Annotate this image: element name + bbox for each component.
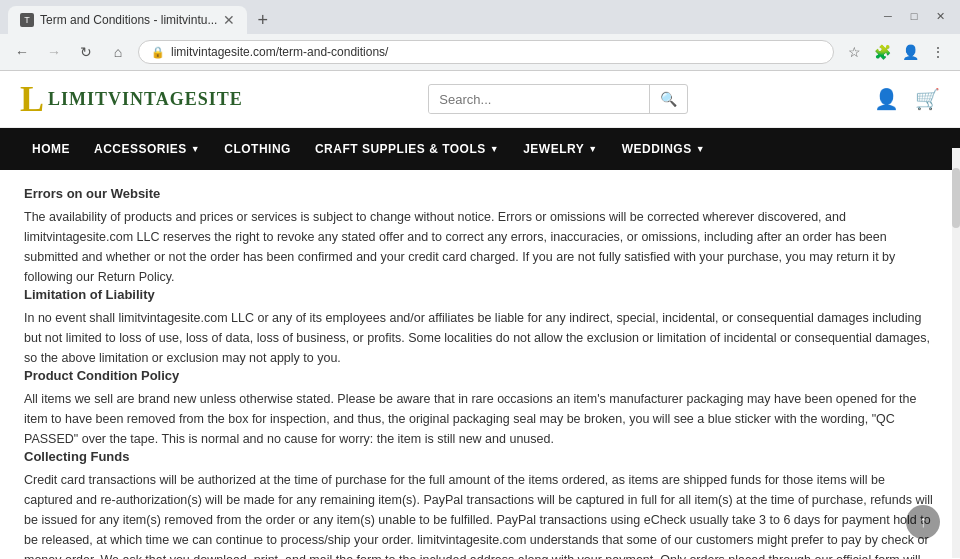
url-text: limitvintagesite.com/term-and-conditions… [171,45,388,59]
forward-button[interactable]: → [42,40,66,64]
search-input[interactable] [429,86,649,113]
main-content: Errors on our Website The availability o… [0,170,960,559]
tab-close-button[interactable]: ✕ [223,12,235,28]
back-to-top-button[interactable]: ↑ [906,505,940,539]
header-icons: 👤 🛒 [874,87,940,111]
section-heading-product: Product Condition Policy [24,368,936,383]
section-text-product: All items we sell are brand new unless o… [24,389,936,449]
accessories-dropdown-icon: ▼ [191,144,200,154]
nav-item-craft-supplies[interactable]: CRAFT SUPPLIES & TOOLS ▼ [303,128,511,170]
search-button[interactable]: 🔍 [649,85,687,113]
nav-item-accessories[interactable]: ACCESSORIES ▼ [82,128,212,170]
account-icon[interactable]: 👤 [874,87,899,111]
section-heading-liability: Limitation of Liability [24,287,936,302]
section-liability: Limitation of Liability In no event shal… [24,287,936,368]
search-bar: 🔍 [428,84,688,114]
section-collecting-funds: Collecting Funds Credit card transaction… [24,449,936,559]
new-tab-button[interactable]: + [251,8,274,33]
refresh-button[interactable]: ↻ [74,40,98,64]
logo[interactable]: L LIMITVINTAGESITE [20,81,243,117]
lock-icon: 🔒 [151,46,165,59]
jewelry-dropdown-icon: ▼ [588,144,597,154]
section-errors: Errors on our Website The availability o… [24,186,936,287]
nav-item-clothing[interactable]: CLOTHING [212,128,303,170]
menu-button[interactable]: ⋮ [926,40,950,64]
nav-item-jewelry[interactable]: JEWELRY ▼ [511,128,609,170]
logo-text: LIMITVINTAGESITE [48,89,243,110]
nav-item-weddings[interactable]: WEDDINGS ▼ [610,128,717,170]
tab-title: Term and Conditions - limitvintu... [40,13,217,27]
section-product-condition: Product Condition Policy All items we se… [24,368,936,449]
site-header: L LIMITVINTAGESITE 🔍 👤 🛒 [0,71,960,128]
scrollbar-thumb[interactable] [952,168,960,228]
section-text-liability: In no event shall limitvintagesite.com L… [24,308,936,368]
section-heading-funds: Collecting Funds [24,449,936,464]
craft-dropdown-icon: ▼ [490,144,499,154]
minimize-button[interactable]: ─ [878,6,898,26]
back-button[interactable]: ← [10,40,34,64]
tab-favicon: T [20,13,34,27]
section-text-funds: Credit card transactions will be authori… [24,470,936,559]
nav-bar: HOME ACCESSORIES ▼ CLOTHING CRAFT SUPPLI… [0,128,960,170]
window-controls: ─ □ ✕ [878,6,950,26]
weddings-dropdown-icon: ▼ [696,144,705,154]
section-heading-errors: Errors on our Website [24,186,936,201]
profile-button[interactable]: 👤 [898,40,922,64]
url-bar[interactable]: 🔒 limitvintagesite.com/term-and-conditio… [138,40,834,64]
browser-tab[interactable]: T Term and Conditions - limitvintu... ✕ [8,6,247,34]
maximize-button[interactable]: □ [904,6,924,26]
extensions-button[interactable]: 🧩 [870,40,894,64]
nav-item-home[interactable]: HOME [20,128,82,170]
home-button[interactable]: ⌂ [106,40,130,64]
section-text-errors: The availability of products and prices … [24,207,936,287]
cart-icon[interactable]: 🛒 [915,87,940,111]
close-button[interactable]: ✕ [930,6,950,26]
logo-letter: L [20,81,44,117]
scrollbar-track[interactable] [952,148,960,558]
bookmark-button[interactable]: ☆ [842,40,866,64]
